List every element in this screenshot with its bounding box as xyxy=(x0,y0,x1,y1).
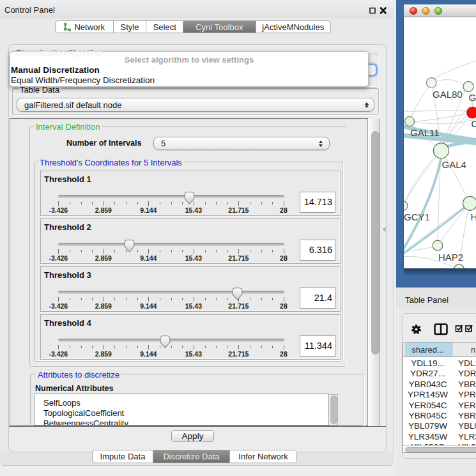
svg-text:GCY1: GCY1 xyxy=(404,211,430,222)
svg-text:H: H xyxy=(471,211,476,222)
svg-text:GAL11: GAL11 xyxy=(410,127,440,138)
svg-text:HAP2: HAP2 xyxy=(438,252,463,263)
svg-text:GAL80: GAL80 xyxy=(433,89,463,100)
svg-text:G...: G... xyxy=(469,92,476,103)
svg-text:C: C xyxy=(472,118,476,129)
svg-text:GAL4: GAL4 xyxy=(442,159,466,170)
